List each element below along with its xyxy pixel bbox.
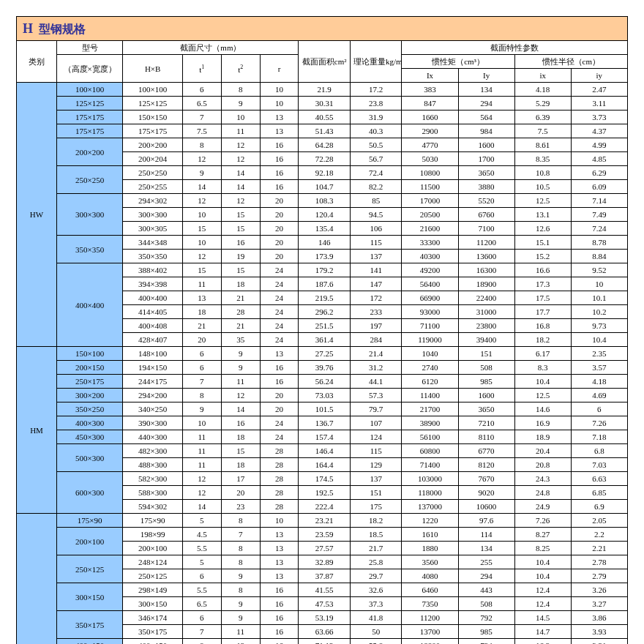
- data-cell: 129: [350, 458, 401, 472]
- hdr-Ix: Ix: [402, 69, 458, 83]
- data-cell: 13: [260, 528, 299, 542]
- data-cell: 9.52: [571, 263, 627, 277]
- data-cell: 56.24: [299, 375, 350, 389]
- data-cell: 24: [260, 319, 299, 333]
- data-cell: 8.84: [571, 250, 627, 263]
- data-cell: 9: [221, 569, 260, 583]
- data-cell: 2740: [402, 361, 458, 375]
- data-cell: 124: [350, 430, 401, 444]
- model-cell: 125×125: [57, 97, 123, 111]
- data-cell: 119000: [402, 333, 458, 347]
- data-cell: 37.3: [350, 597, 401, 611]
- data-cell: 4.18: [514, 83, 571, 97]
- data-cell: 15: [182, 222, 221, 236]
- data-cell: 3.26: [571, 583, 627, 597]
- data-cell: 564: [458, 111, 514, 124]
- model-cell: 250×175: [57, 375, 123, 389]
- data-cell: 175: [350, 500, 401, 514]
- data-cell: 85: [350, 194, 401, 208]
- data-cell: 5.5: [182, 583, 221, 597]
- data-cell: 508: [458, 361, 514, 375]
- data-cell: 135.4: [299, 222, 350, 236]
- data-cell: 25.8: [350, 555, 401, 569]
- data-cell: 6: [571, 402, 627, 416]
- data-cell: 16: [221, 416, 260, 430]
- data-cell: 6.8: [571, 444, 627, 458]
- hdr-ix: ix: [514, 69, 571, 83]
- data-cell: 588×300: [123, 486, 183, 500]
- data-cell: 56400: [402, 277, 458, 291]
- model-cell: 200×200: [57, 138, 123, 166]
- data-cell: 32.6: [350, 583, 401, 597]
- data-cell: 8: [221, 555, 260, 569]
- data-cell: 8: [221, 83, 260, 97]
- data-cell: 118000: [402, 486, 458, 500]
- data-cell: 9: [221, 361, 260, 375]
- data-cell: 175×90: [123, 514, 183, 528]
- data-cell: 7.14: [571, 194, 627, 208]
- data-cell: 141: [350, 263, 401, 277]
- category-cell: HW: [17, 83, 57, 347]
- data-cell: 173.9: [299, 250, 350, 263]
- data-cell: 115: [350, 236, 401, 250]
- data-cell: 792: [458, 611, 514, 625]
- data-cell: 16: [260, 597, 299, 611]
- data-cell: 9: [182, 166, 221, 180]
- data-cell: 14: [182, 500, 221, 514]
- data-cell: 3.86: [571, 611, 627, 625]
- data-cell: 151: [350, 486, 401, 500]
- data-cell: 20: [260, 402, 299, 416]
- model-cell: 300×150: [57, 583, 123, 611]
- data-cell: 6.85: [571, 486, 627, 500]
- data-cell: 71.12: [299, 639, 350, 645]
- data-cell: 6.63: [571, 472, 627, 486]
- data-cell: 7.49: [571, 208, 627, 222]
- data-cell: 41.55: [299, 583, 350, 597]
- data-cell: 27.57: [299, 542, 350, 555]
- data-cell: 125×125: [123, 97, 183, 111]
- data-cell: 13: [260, 569, 299, 583]
- data-cell: 2.47: [571, 83, 627, 97]
- data-cell: 150×150: [123, 111, 183, 124]
- data-cell: 6.29: [571, 166, 627, 180]
- data-cell: 174.5: [299, 472, 350, 486]
- data-cell: 13: [182, 291, 221, 305]
- data-cell: 21: [221, 291, 260, 305]
- data-cell: 7: [182, 375, 221, 389]
- data-cell: 10.5: [514, 180, 571, 194]
- data-cell: 15: [221, 263, 260, 277]
- data-cell: 8.61: [514, 138, 571, 152]
- data-cell: 18.5: [350, 528, 401, 542]
- data-cell: 134: [458, 83, 514, 97]
- data-cell: 50: [350, 625, 401, 639]
- data-cell: 17.2: [350, 83, 401, 97]
- data-cell: 13700: [402, 625, 458, 639]
- data-cell: 104.7: [299, 180, 350, 194]
- data-cell: 7.03: [571, 458, 627, 472]
- model-cell: 450×300: [57, 430, 123, 444]
- data-cell: 4.85: [571, 152, 627, 166]
- data-cell: 24.8: [514, 486, 571, 500]
- data-cell: 8.27: [514, 528, 571, 542]
- data-cell: 300×150: [123, 597, 183, 611]
- data-cell: 17.3: [514, 277, 571, 291]
- data-cell: 20: [260, 250, 299, 263]
- data-cell: 28: [260, 472, 299, 486]
- data-cell: 18800: [402, 639, 458, 645]
- data-cell: 428×407: [123, 333, 183, 347]
- data-cell: 198×99: [123, 528, 183, 542]
- data-cell: 148×100: [123, 347, 183, 361]
- data-cell: 146: [299, 236, 350, 250]
- data-cell: 19: [221, 250, 260, 263]
- data-cell: 350×350: [123, 250, 183, 263]
- data-cell: 6460: [402, 583, 458, 597]
- hdr-t2: t2: [221, 55, 260, 83]
- data-cell: 24: [260, 263, 299, 277]
- data-cell: 400×408: [123, 319, 183, 333]
- data-cell: 7.18: [571, 430, 627, 444]
- data-cell: 7670: [458, 472, 514, 486]
- data-cell: 1220: [402, 514, 458, 528]
- data-cell: 9: [182, 402, 221, 416]
- data-cell: 388×402: [123, 263, 183, 277]
- data-cell: 28: [221, 305, 260, 319]
